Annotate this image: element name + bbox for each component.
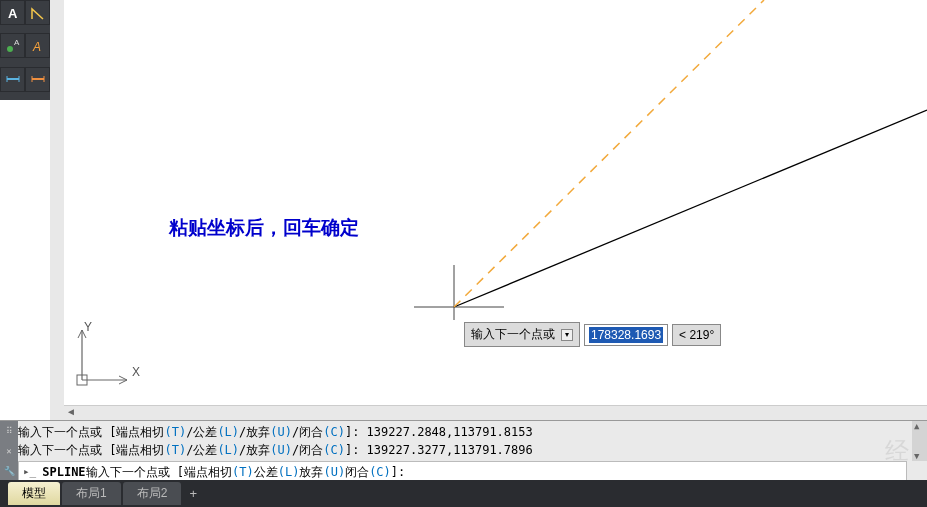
annotation-text: 粘贴坐标后，回车确定 (169, 215, 359, 241)
command-history: 输入下一个点或 [端点相切(T)/公差(L)/放弃(U)/闭合(C)]: 139… (18, 423, 907, 483)
dynamic-input-angle[interactable]: < 219° (672, 324, 721, 346)
dynamic-input-value-field[interactable]: 178328.1693 (584, 324, 668, 346)
svg-line-13 (454, 0, 764, 307)
sidebar-strip (50, 0, 64, 420)
svg-text:A: A (14, 38, 20, 47)
command-vertical-scrollbar[interactable] (912, 421, 927, 461)
tab-layout1[interactable]: 布局1 (62, 482, 121, 505)
command-area: ⠿ ✕ 🔧 输入下一个点或 [端点相切(T)/公差(L)/放弃(U)/闭合(C)… (0, 420, 927, 480)
svg-text:A: A (32, 40, 41, 54)
command-handle: ⠿ ✕ 🔧 (0, 421, 18, 481)
drawing-area[interactable]: 粘贴坐标后，回车确定 Y X 输入下一个点或 ▾ 178328.1693 < 2… (64, 0, 927, 408)
command-history-line: 输入下一个点或 [端点相切(T)/公差(L)/放弃(U)/闭合(C)]: 139… (18, 441, 907, 459)
horizontal-scrollbar[interactable] (64, 405, 927, 420)
dynamic-input-prompt: 输入下一个点或 ▾ (464, 322, 580, 347)
svg-line-12 (454, 110, 927, 307)
tab-add-button[interactable]: + (183, 483, 203, 504)
command-settings-icon[interactable]: 🔧 (0, 461, 18, 481)
dim-tool-2-button[interactable] (25, 67, 50, 92)
axis-x-label: X (132, 365, 140, 379)
dynamic-input-value: 178328.1693 (589, 327, 663, 343)
command-prompt-icon: ▸_ (23, 462, 36, 482)
svg-point-1 (7, 46, 13, 52)
layout-tabs-bar: 模型 布局1 布局2 + (0, 480, 927, 507)
text-tool-button[interactable]: A (0, 0, 25, 25)
layer-orange-button[interactable]: A (25, 33, 50, 58)
command-grip-icon[interactable]: ⠿ (0, 421, 18, 441)
dropdown-icon[interactable]: ▾ (561, 329, 573, 341)
dim-tool-1-button[interactable] (0, 67, 25, 92)
dynamic-input: 输入下一个点或 ▾ 178328.1693 < 219° (464, 322, 721, 347)
dynamic-input-prompt-text: 输入下一个点或 (471, 326, 555, 343)
tab-layout2[interactable]: 布局2 (123, 482, 182, 505)
command-close-icon[interactable]: ✕ (0, 441, 18, 461)
angle-tool-button[interactable] (25, 0, 50, 25)
layer-green-button[interactable]: A (0, 33, 25, 58)
svg-text:A: A (8, 6, 18, 21)
command-history-line: 输入下一个点或 [端点相切(T)/公差(L)/放弃(U)/闭合(C)]: 139… (18, 423, 907, 441)
axis-y-label: Y (84, 320, 92, 334)
tab-model[interactable]: 模型 (8, 482, 60, 505)
left-toolbar: A A A (0, 0, 50, 100)
